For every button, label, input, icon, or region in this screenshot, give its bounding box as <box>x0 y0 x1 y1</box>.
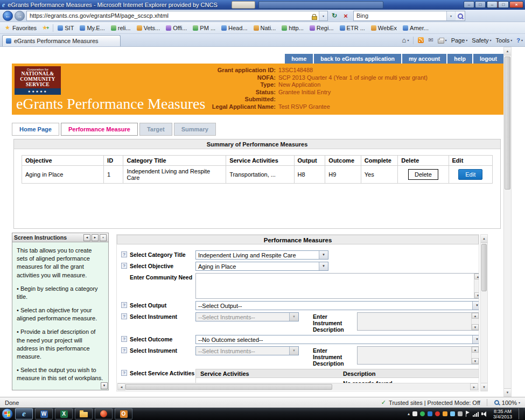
refresh-button[interactable]: ↻ <box>330 11 339 21</box>
action-center-icon[interactable] <box>465 411 470 417</box>
stop-button[interactable]: × <box>341 11 351 21</box>
security-status[interactable]: Trusted sites | Protected Mode: Off <box>389 400 480 406</box>
background-window[interactable] <box>232 1 255 9</box>
scroll-left-button[interactable]: ◄ <box>117 383 125 390</box>
instructions-prev-button[interactable]: ◄ <box>83 234 90 241</box>
taskbar-excel-button[interactable]: X <box>55 408 73 419</box>
instrument-description-textarea[interactable]: ▲ ▼ <box>357 346 479 365</box>
search-dropdown-button[interactable]: ▾ <box>446 11 455 20</box>
help-icon[interactable]: ? <box>121 313 127 319</box>
background-window[interactable] <box>258 1 383 9</box>
scroll-down-button[interactable]: ▼ <box>481 383 487 391</box>
category-title-select[interactable]: Independent Living and Respite Care ▼ <box>195 250 328 260</box>
instrument-select[interactable]: --Select Instruments-- ▼ <box>195 346 299 355</box>
scroll-down-button[interactable]: ▼ <box>504 388 511 396</box>
textarea-scrollbar[interactable]: ▲ ▼ <box>471 347 479 364</box>
tray-icon[interactable] <box>435 411 440 416</box>
help-menu[interactable]: ?▾ <box>516 37 523 44</box>
favorite-link[interactable]: reli... <box>109 24 132 32</box>
favorite-link[interactable]: Head... <box>220 24 249 32</box>
show-desktop-button[interactable] <box>519 408 523 419</box>
outcome-select[interactable]: --No Outcome selected-- ▼ <box>195 335 479 344</box>
edit-button[interactable]: Edit <box>458 169 482 180</box>
tab-home-page[interactable]: Home Page <box>12 123 59 136</box>
favorite-link[interactable]: ETR ... <box>338 24 367 32</box>
instructions-next-button[interactable]: ► <box>92 234 99 241</box>
url-dropdown-button[interactable]: ▾ <box>319 11 327 20</box>
back-button[interactable]: ← <box>3 11 13 21</box>
tools-menu[interactable]: Tools▾ <box>496 37 513 44</box>
minimize-button[interactable]: – <box>464 1 474 8</box>
search-icon[interactable] <box>455 11 465 20</box>
tray-icon[interactable] <box>428 411 432 416</box>
form-horizontal-scrollbar[interactable]: ◄ ► <box>117 383 478 390</box>
maximize-button[interactable]: □ <box>475 1 486 8</box>
maximize-button[interactable]: □ <box>498 1 509 8</box>
tab-summary[interactable]: Summary <box>174 123 216 136</box>
favorite-link[interactable]: PM ... <box>191 24 217 32</box>
nav-logout[interactable]: logout <box>473 54 503 64</box>
scrollbar-track[interactable] <box>125 383 470 390</box>
community-need-textarea[interactable]: ▲ ▼ <box>195 273 479 299</box>
favorite-link[interactable]: WebEx <box>369 24 398 32</box>
output-select[interactable]: --Select Output-- ▼ <box>195 301 479 310</box>
zoom-control[interactable]: 100% ▾ <box>494 400 520 406</box>
scroll-down-button[interactable]: ▼ <box>472 324 479 330</box>
nav-my-account[interactable]: my account <box>402 54 446 64</box>
clock[interactable]: 8:35 AM 3/4/2013 <box>490 409 515 419</box>
favorite-link[interactable]: Regi... <box>308 24 335 32</box>
instrument-description-textarea[interactable]: ▲ ▼ <box>357 312 479 331</box>
tray-icon[interactable] <box>450 411 455 416</box>
scroll-down-button[interactable]: ▼ <box>474 292 479 298</box>
textarea-scrollbar[interactable]: ▲ ▼ <box>474 274 479 298</box>
nav-back-to-egrants-application[interactable]: back to eGrants application <box>314 54 401 64</box>
scroll-up-button[interactable]: ▲ <box>504 47 511 55</box>
favorite-link[interactable]: Offi... <box>164 24 188 32</box>
objective-select[interactable]: Aging in Place ▼ <box>195 262 328 271</box>
tab-target[interactable]: Target <box>139 123 172 136</box>
favorite-link[interactable]: Vets... <box>135 24 162 32</box>
taskbar-outlook-button[interactable]: O <box>115 408 132 419</box>
favorite-link[interactable]: Amer... <box>401 24 430 32</box>
browser-tab[interactable]: eGrants Performance Measures <box>2 35 121 46</box>
tab-performance-measure[interactable]: Performance Measure <box>61 123 138 136</box>
scroll-up-button[interactable]: ▲ <box>474 274 479 279</box>
help-icon[interactable]: ? <box>121 336 127 342</box>
forward-button[interactable]: → <box>15 11 25 21</box>
feeds-button[interactable] <box>418 37 424 43</box>
help-icon[interactable]: ? <box>121 370 127 376</box>
home-button[interactable]: ⌂▾ <box>402 36 409 44</box>
url-input[interactable]: https://egrants.cns.gov/egrantsPM/page_s… <box>26 11 328 21</box>
network-icon[interactable] <box>473 411 479 417</box>
taskbar-word-button[interactable]: W <box>35 408 53 419</box>
scrollbar-track[interactable] <box>504 55 511 388</box>
nav-home[interactable]: home <box>285 54 313 64</box>
tray-icon[interactable] <box>458 411 463 416</box>
instrument-select[interactable]: --Select Instruments-- ▼ <box>195 312 299 321</box>
favorite-link[interactable]: Nati... <box>252 24 278 32</box>
start-button[interactable] <box>2 408 13 419</box>
volume-icon[interactable] <box>481 411 486 417</box>
scrollbar-thumb[interactable] <box>505 57 510 190</box>
close-button[interactable]: × <box>509 1 523 8</box>
print-button[interactable]: ▾ <box>438 37 447 44</box>
help-icon[interactable]: ? <box>121 302 127 308</box>
scrollbar-track[interactable] <box>481 243 487 383</box>
tray-icon[interactable] <box>412 411 417 416</box>
taskbar-explorer-button[interactable] <box>75 408 93 419</box>
page-menu[interactable]: Page▾ <box>451 37 468 44</box>
minimize-button[interactable]: – <box>487 1 498 8</box>
help-icon[interactable]: ? <box>121 251 127 257</box>
taskbar-media-button[interactable] <box>95 408 113 419</box>
scroll-up-button[interactable]: ▲ <box>472 313 479 319</box>
scrollbar-thumb[interactable] <box>125 384 332 390</box>
scroll-up-button[interactable]: ▲ <box>481 235 487 243</box>
safety-menu[interactable]: Safety▾ <box>472 37 491 44</box>
page-vertical-scrollbar[interactable]: ▲ ▼ <box>503 47 512 397</box>
textarea-scrollbar[interactable]: ▲ ▼ <box>471 313 479 330</box>
form-vertical-scrollbar[interactable]: ▲ ▼ <box>480 234 488 391</box>
favorite-link[interactable]: My.E... <box>78 24 106 32</box>
delete-button[interactable]: Delete <box>408 169 438 180</box>
show-hidden-icons-button[interactable]: ▴ <box>408 411 410 416</box>
scroll-up-button[interactable]: ▲ <box>472 347 479 353</box>
